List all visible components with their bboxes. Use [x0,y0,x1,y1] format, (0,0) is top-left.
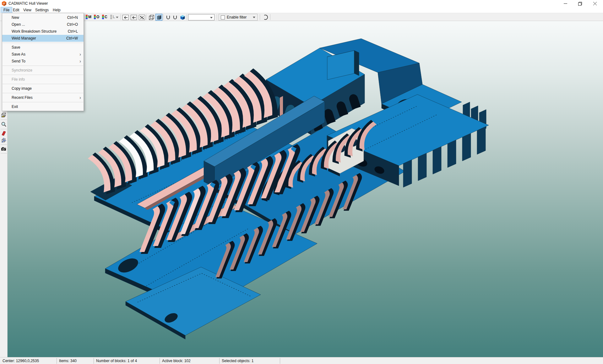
fit-view-button[interactable] [139,15,145,20]
menu-item-open[interactable]: Open ... Ctrl+O [2,21,84,28]
shaded-cube-icon [156,15,162,20]
solid-view-button[interactable] [179,14,186,21]
shaded-mode-button[interactable] [155,14,162,21]
clip-plane-button[interactable] [165,14,171,21]
menu-item-save-as[interactable]: Save As › [2,51,84,58]
menu-item-new[interactable]: New Ctrl+N [2,14,84,21]
menu-item-exit[interactable]: Exit [2,103,84,110]
menu-item-synchronize[interactable]: Synchronize [2,67,84,74]
restore-button[interactable] [573,0,587,7]
filter-group: Enable filter [219,14,258,21]
submenu-arrow-icon: › [79,94,81,101]
cadmatic-hull-viewer-window: HV CADMATIC Hull Viewer File Edit View S… [0,0,603,364]
menu-settings[interactable]: Settings [33,7,51,13]
workplane-button[interactable] [1,137,7,143]
status-active-block: Active block: 102 [162,359,191,363]
custom-colors-button[interactable]: C [102,14,110,20]
submenu-arrow-icon: › [79,58,81,65]
block-combobox[interactable] [188,14,215,20]
zoom-button[interactable] [1,121,7,127]
previous-selection-button[interactable] [131,15,137,20]
snapshot-button[interactable] [1,146,7,152]
enable-filter-checkbox[interactable] [221,15,225,19]
filter-dropdown-icon[interactable] [253,17,255,18]
window-title: CADMATIC Hull Viewer [8,1,48,6]
app-logo-icon: HV [2,1,7,6]
solid-cube-icon [180,15,185,20]
view-cube-icon [1,112,7,118]
menu-view[interactable]: View [21,7,34,13]
back-arrow-icon [124,16,128,19]
menu-edit[interactable]: Edit [10,7,22,13]
menu-item-file-info[interactable]: File info [2,76,84,83]
wireframe-cube-icon [149,15,154,20]
status-center: Center: 12960,0,2535 [3,359,39,363]
menu-item-recent-files[interactable]: Recent Files › [2,94,84,101]
status-number-of-blocks: Number of blocks: 1 of 4 [96,359,137,363]
status-bar: Center: 12960,0,2535 Items: 340 Number o… [0,357,603,364]
menu-item-copy-image[interactable]: Copy image [2,85,84,92]
close-button[interactable] [588,0,602,7]
hull-model [8,21,603,357]
fit-view-icon [140,16,144,19]
menu-item-weld-manager[interactable]: Weld Manager Ctrl+W [2,35,84,42]
svg-text:HV: HV [3,3,5,5]
main-toolbar: M O C L [0,13,603,21]
shrink-plate-icon [1,131,7,136]
file-menu-dropdown: New Ctrl+N Open ... Ctrl+O Work Breakdow… [2,13,84,111]
colors-dropdown-icon[interactable] [116,17,118,18]
clip-u-icon [166,15,171,20]
clip-u-alt-icon [173,15,178,20]
status-items: Items: 340 [59,359,77,363]
arc-measure-button[interactable] [262,14,269,21]
model-colors-button[interactable]: M [86,14,93,20]
enable-filter-label: Enable filter [227,15,247,19]
back-arrow-dotted-icon [132,16,136,19]
menu-item-send-to[interactable]: Send To › [2,58,84,65]
3d-viewport[interactable] [8,21,603,357]
menu-item-save[interactable]: Save [2,44,84,51]
combobox-dropdown-icon [210,17,213,19]
arc-tool-icon [262,14,268,20]
previous-view-button[interactable] [122,15,129,20]
menu-bar: File Edit View Settings Help [0,7,603,13]
wireframe-mode-button[interactable] [148,14,155,21]
menu-help[interactable]: Help [50,7,63,13]
minimize-button[interactable] [558,0,573,7]
title-bar: HV CADMATIC Hull Viewer [0,0,603,7]
object-colors-button[interactable]: O [94,14,101,20]
submenu-arrow-icon: › [79,51,81,58]
snapshot-camera-icon [1,146,7,152]
workplane-cube-icon [1,137,7,143]
view-cube-button[interactable] [1,112,7,118]
menu-item-work-breakdown-structure[interactable]: Work Breakdown Structure Ctrl+L [2,28,84,35]
status-selected-objects: Selected objects: 1 [222,359,253,363]
clip-box-button[interactable] [172,14,179,21]
zoom-magnifier-icon [1,121,7,127]
shrink-plate-button[interactable] [1,130,7,136]
